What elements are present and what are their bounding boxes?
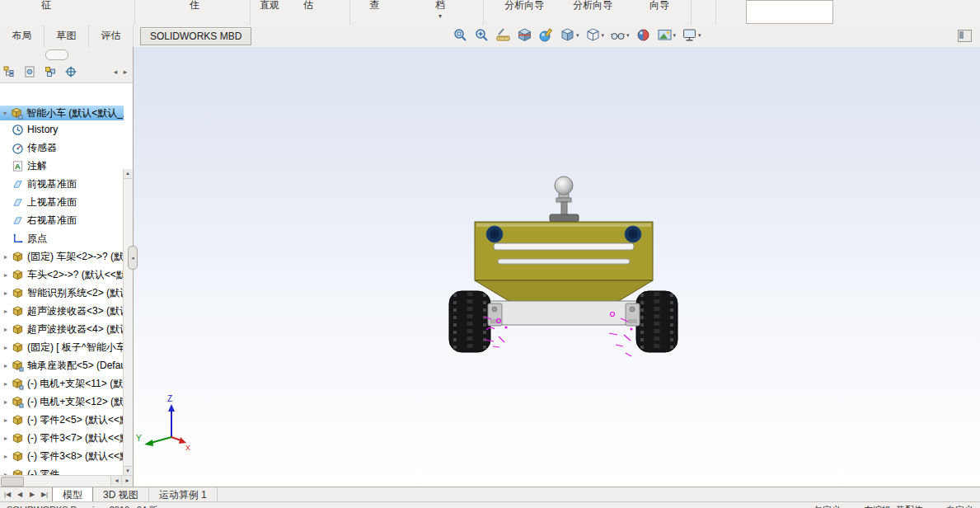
tree-vertical-scrollbar[interactable]: ▲ ▼ [123,169,133,476]
tab-nav-button[interactable]: ▶ [26,489,38,501]
tree-item[interactable]: History [0,120,124,139]
tree-item[interactable]: 前视基准面 [0,175,124,193]
tree-item[interactable]: ▸轴承座装配<5> (Defaul [0,356,124,374]
ribbon-dropdown-box[interactable] [746,0,833,24]
panel-grip[interactable] [45,49,68,60]
expand-arrow-icon[interactable]: ▸ [2,435,9,442]
expand-arrow-icon[interactable]: ▸ [2,271,9,279]
feature-manager-tab[interactable] [2,65,16,78]
ribbon-partial-button[interactable]: 估 [303,0,313,12]
part-icon [12,269,25,281]
measure-button[interactable] [495,26,512,44]
tree-item[interactable]: ▸(-) 电机+支架<12> (默认 [0,393,124,411]
edit-appearance-button[interactable] [635,26,652,44]
tree-item[interactable]: 原点 [0,229,124,247]
dropdown-caret-icon[interactable]: ▾ [626,32,630,39]
expand-arrow-icon[interactable]: ▸ [2,344,9,351]
scroll-up-icon[interactable]: ▲ [124,169,132,179]
tree-item[interactable]: ▸(-) 零件3<7> (默认<<默 [0,429,124,447]
dropdown-caret-icon[interactable]: ▾ [602,32,605,39]
panel-tab-scroll-left-icon[interactable]: ◂ [110,65,120,78]
expand-arrow-icon[interactable]: ▸ [2,398,9,406]
tree-item[interactable]: ▸(-) 电机+支架<11> (默认 [0,374,124,393]
section-view-button[interactable] [516,26,533,44]
expand-arrow-icon[interactable]: ▸ [2,289,9,297]
tree-item[interactable]: 右视基准面 [0,211,124,229]
scrollbar-thumb[interactable] [1,477,24,487]
tab-nav-button[interactable]: ◀ [14,489,26,501]
tree-item[interactable]: ▸(固定) 车架<2>->? (默认 [0,247,124,266]
tab-solidworks-mbd[interactable]: SOLIDWORKS MBD [140,27,251,45]
tree-item[interactable]: ▸超声波接收器<3> (默认< [0,302,124,320]
expand-arrow-icon[interactable]: ▸ [2,308,9,315]
command-tab[interactable]: 评估 [89,25,134,47]
tab-nav-button[interactable]: ▶| [39,489,50,501]
origin-icon [12,233,25,245]
ribbon-partial-button[interactable]: 档▾ [435,0,445,12]
tree-item[interactable]: A注解 [0,157,124,175]
panel-top-strip [0,47,133,61]
ribbon-partial-button[interactable]: 征 [41,0,51,12]
ribbon-partial-button[interactable]: 向导 [649,0,669,12]
property-manager-tab[interactable] [23,65,36,78]
appearance-edit-button[interactable] [537,26,555,44]
document-tab-bar: |◀◀▶▶| 模型3D 视图运动算例 1 [0,487,980,502]
tree-item[interactable]: 上视基准面 [0,193,124,211]
dropdown-caret-icon[interactable]: ▾ [576,32,579,39]
document-tab[interactable]: 运动算例 1 [149,487,218,502]
tree-item[interactable]: 传感器 [0,139,124,157]
tree-item[interactable]: ▸(-) 零件3<8> (默认<<默 [0,447,124,465]
tree-item-label: 超声波接收器<3> (默认< [27,304,124,318]
ribbon-partial-button[interactable]: 直观 [260,0,279,12]
tab-nav-button[interactable]: |◀ [2,489,13,501]
tree-item[interactable]: ▸(固定) [ 板子^智能小车 ] [0,338,124,356]
panel-tab-scroll-right-icon[interactable]: ▸ [120,65,130,78]
dropdown-caret-icon[interactable]: ▾ [673,32,677,39]
expand-arrow-icon[interactable]: ▾ [2,110,8,117]
ribbon-partial-button[interactable]: 分析向导 [504,0,544,12]
dimxpert-manager-tab[interactable] [64,65,77,78]
expand-arrow-icon[interactable]: ▸ [2,362,9,369]
status-field[interactable]: 自定义 [946,504,973,508]
dropdown-caret-icon[interactable]: ▾ [698,32,701,39]
document-tab[interactable]: 3D 视图 [93,487,149,502]
tree-item-list: History传感器A注解前视基准面上视基准面右视基准面原点▸(固定) 车架<2… [0,120,124,476]
ribbon-partial-button[interactable]: 分析向导 [573,0,612,12]
zoom-to-area-button[interactable] [473,26,490,44]
view-settings-button[interactable]: ▾ [681,26,702,44]
expand-arrow-icon[interactable]: ▸ [2,253,9,261]
display-style-button[interactable]: ▾ [584,26,606,44]
scroll-left-icon[interactable]: ◂ [110,476,122,486]
command-tab[interactable]: 布局 [0,25,45,47]
tree-item[interactable]: ▸智能识别系统<2> (默认< [0,284,124,302]
command-tabs: 布局草图评估 [0,25,134,47]
view-orientation-button[interactable]: ▾ [559,26,580,44]
tree-item[interactable]: ▸(-) 零件2<5> (默认<<默 [0,411,124,429]
expand-arrow-icon[interactable]: ▸ [2,380,9,388]
graphics-viewport[interactable]: Z Y X [134,47,980,487]
ribbon-partial-button[interactable]: 查 [369,0,379,12]
triad-y-label: Y [136,434,142,443]
tab-navigation: |◀◀▶▶| [0,487,52,502]
tree-item[interactable]: ▸超声波接收器<4> (默认< [0,320,124,338]
tree-item[interactable]: ▸车头<2>->? (默认<<默认 [0,266,124,284]
ribbon-partial-button[interactable]: 住 [190,0,199,12]
panel-splitter-handle[interactable]: ◂ [128,246,138,270]
status-field[interactable]: 欠定义 [814,504,841,508]
zoom-to-fit-button[interactable] [452,26,469,44]
task-pane-toggle-icon[interactable] [958,30,972,42]
hide-show-items-button[interactable]: ▾ [609,26,631,44]
tree-root-item[interactable]: ▾ 智能小车 (默认<默认_显示状 [0,106,124,120]
tree-horizontal-scrollbar[interactable]: ◂ ▸ [0,475,133,487]
expand-arrow-icon[interactable]: ▸ [2,326,9,333]
apply-scene-button[interactable]: ▾ [656,26,678,44]
command-tab[interactable]: 草图 [45,25,89,47]
expand-arrow-icon[interactable]: ▸ [2,453,9,460]
tree-item-label: (-) 零件3<8> (默认<<默 [27,449,124,463]
solidworks-window: 征住直观估查档▾分析向导分析向导向导 布局草图评估 SOLIDWORKS MBD… [0,0,980,508]
status-field[interactable]: 在编辑: 装配体 [864,504,923,508]
document-tab[interactable]: 模型 [52,487,93,502]
scroll-right-icon[interactable]: ▸ [121,476,133,486]
expand-arrow-icon[interactable]: ▸ [2,416,9,424]
configuration-manager-tab[interactable] [44,65,57,78]
